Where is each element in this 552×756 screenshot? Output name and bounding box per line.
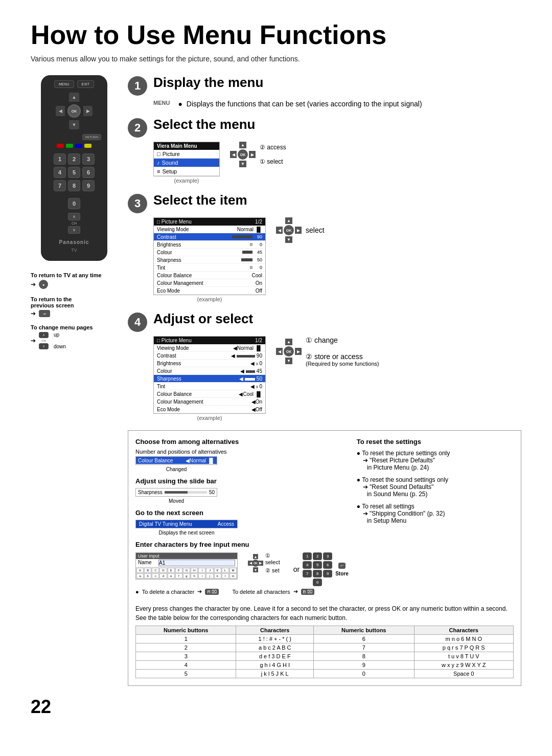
ok4-left[interactable]: ◀ bbox=[276, 348, 283, 355]
ns-3[interactable]: 3 bbox=[323, 552, 332, 560]
num-8[interactable]: 8 bbox=[68, 180, 80, 191]
key-m[interactable]: m bbox=[229, 573, 237, 579]
ns-9[interactable]: 9 bbox=[323, 570, 332, 577]
ns-6[interactable]: 6 bbox=[323, 561, 332, 569]
key-E[interactable]: E bbox=[168, 568, 175, 573]
prev-screen-title: To return to theprevious screen bbox=[31, 296, 118, 308]
ok3-center[interactable]: OK bbox=[284, 225, 294, 235]
num-6[interactable]: 6 bbox=[82, 167, 95, 178]
key-h[interactable]: h bbox=[191, 573, 198, 579]
key-L[interactable]: L bbox=[222, 568, 229, 573]
key-a[interactable]: a bbox=[136, 573, 144, 579]
key-d[interactable]: d bbox=[159, 573, 167, 579]
key-g[interactable]: g bbox=[183, 573, 190, 579]
remote-control: MENU EXIT ▲ ◀ OK ▶ ▼ RETURN 1 2 3 4 bbox=[41, 75, 107, 261]
key-I[interactable]: I bbox=[198, 568, 205, 573]
ns-7[interactable]: 7 bbox=[303, 570, 312, 577]
ch-up[interactable]: ∧ bbox=[68, 213, 80, 220]
num-1[interactable]: 1 bbox=[54, 153, 66, 165]
ok4-down[interactable]: ▼ bbox=[285, 358, 292, 364]
num-3[interactable]: 3 bbox=[82, 153, 95, 165]
key-J[interactable]: J bbox=[206, 568, 213, 573]
om-right[interactable]: ▶ bbox=[258, 561, 263, 566]
ns-1[interactable]: 1 bbox=[303, 552, 312, 560]
key-e[interactable]: e bbox=[168, 573, 175, 579]
select-label-fi: ① select bbox=[265, 552, 283, 565]
key-C[interactable]: C bbox=[152, 568, 159, 573]
ok3-down[interactable]: ▼ bbox=[285, 236, 292, 243]
key-B[interactable]: B bbox=[144, 568, 151, 573]
ch-up-mini[interactable]: ∧ bbox=[39, 332, 49, 338]
key-M[interactable]: M bbox=[229, 568, 237, 573]
ns-2[interactable]: 2 bbox=[313, 552, 322, 560]
blue-button[interactable] bbox=[75, 144, 82, 148]
r-icon[interactable]: R ⌧ bbox=[205, 589, 219, 595]
menu-button[interactable]: MENU bbox=[54, 80, 74, 88]
ns-5[interactable]: 5 bbox=[313, 561, 322, 569]
delete-all-label: To delete all characters bbox=[232, 589, 290, 595]
table-note: See the table below for the correspondin… bbox=[135, 614, 514, 621]
ok-pad-step3: ▲ ◀ OK ▶ ▼ bbox=[276, 217, 302, 243]
page-title: How to Use Menu Functions bbox=[31, 20, 521, 50]
key-k[interactable]: k bbox=[214, 573, 221, 579]
ok3-right[interactable]: ▶ bbox=[295, 227, 302, 234]
ok-center[interactable]: OK bbox=[238, 149, 248, 160]
ns-0[interactable]: 0 bbox=[313, 579, 322, 586]
ok4-right[interactable]: ▶ bbox=[295, 348, 302, 355]
ok-up[interactable]: ▲ bbox=[239, 142, 246, 148]
num-0[interactable]: 0 bbox=[68, 198, 80, 209]
return-button[interactable]: RETURN bbox=[82, 134, 101, 140]
key-c[interactable]: c bbox=[152, 573, 159, 579]
key-D[interactable]: D bbox=[159, 568, 167, 573]
ok-right[interactable]: ▶ bbox=[249, 151, 256, 158]
ch-down[interactable]: ∨ bbox=[68, 226, 80, 234]
key-b[interactable]: b bbox=[144, 573, 151, 579]
num-2[interactable]: 2 bbox=[68, 153, 80, 165]
key-K[interactable]: K bbox=[214, 568, 221, 573]
green-button[interactable] bbox=[66, 144, 73, 148]
ch-label: CH bbox=[72, 221, 77, 225]
change-pages-label: To change menu pages ➔ ∧ CH ∨ up down bbox=[31, 324, 118, 349]
dpad-left[interactable]: ◀ bbox=[56, 106, 65, 116]
num-7[interactable]: 7 bbox=[54, 180, 66, 191]
exit-mini-button[interactable]: ● bbox=[39, 280, 48, 289]
b-icon[interactable]: B ⌧ bbox=[301, 589, 315, 595]
ok3-left[interactable]: ◀ bbox=[276, 227, 283, 234]
red-button[interactable] bbox=[57, 144, 64, 148]
ch-down-mini[interactable]: ∨ bbox=[39, 343, 49, 349]
key-H[interactable]: H bbox=[191, 568, 198, 573]
ok-button[interactable]: OK bbox=[67, 104, 81, 118]
ui-input[interactable]: A1 bbox=[158, 560, 235, 566]
return-small[interactable]: ↩ bbox=[338, 563, 346, 569]
ns-4[interactable]: 4 bbox=[303, 561, 312, 569]
ok3-up[interactable]: ▲ bbox=[285, 217, 292, 224]
num-5[interactable]: 5 bbox=[68, 167, 80, 178]
pm4-colour: Colour ◀ 45 bbox=[154, 367, 265, 375]
om-up[interactable]: ▲ bbox=[253, 554, 258, 559]
dpad-up[interactable]: ▲ bbox=[69, 93, 79, 102]
ns-8[interactable]: 8 bbox=[313, 570, 322, 577]
pm4-viewing: Viewing Mode ◀Normal ▐▌ bbox=[154, 344, 265, 352]
ok-down[interactable]: ▼ bbox=[239, 161, 246, 167]
key-F[interactable]: F bbox=[175, 568, 182, 573]
dpad-right[interactable]: ▶ bbox=[83, 106, 93, 116]
key-l[interactable]: l bbox=[222, 573, 229, 579]
num-9[interactable]: 9 bbox=[82, 180, 95, 191]
yellow-button[interactable] bbox=[84, 144, 91, 148]
return-mini-button[interactable]: ↩ bbox=[39, 310, 50, 317]
om-down[interactable]: ▼ bbox=[253, 567, 258, 572]
key-G[interactable]: G bbox=[183, 568, 190, 573]
ui-header: User Input bbox=[136, 553, 237, 559]
ok-left[interactable]: ◀ bbox=[230, 151, 237, 158]
key-A[interactable]: A bbox=[136, 568, 144, 573]
exit-button[interactable]: EXIT bbox=[77, 80, 95, 88]
setup-icon: ≡ bbox=[157, 168, 160, 174]
ok4-up[interactable]: ▲ bbox=[285, 339, 292, 345]
key-f[interactable]: f bbox=[175, 573, 182, 579]
key-j[interactable]: j bbox=[206, 573, 213, 579]
alternatives-item: Colour Balance ◀Normal ▐▌ bbox=[136, 457, 217, 464]
dpad-down[interactable]: ▼ bbox=[69, 120, 79, 129]
ok4-center[interactable]: OK bbox=[284, 346, 294, 357]
key-i[interactable]: i bbox=[198, 573, 205, 579]
num-4[interactable]: 4 bbox=[54, 167, 66, 178]
